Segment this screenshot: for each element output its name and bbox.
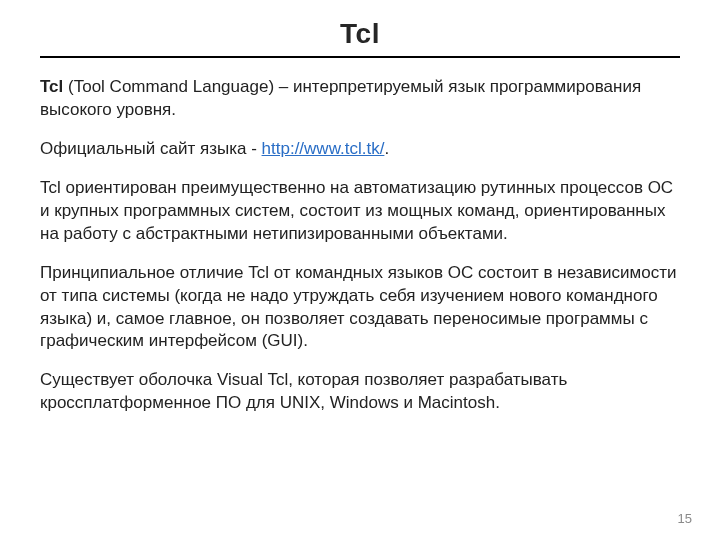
- paragraph-1: Tcl (Tool Command Language) – интерпрети…: [40, 76, 680, 122]
- para2-before: Официальный сайт языка -: [40, 139, 262, 158]
- term-bold: Tcl: [40, 77, 63, 96]
- page-number: 15: [678, 511, 692, 526]
- paragraph-4: Принципиальное отличие Tcl от командных …: [40, 262, 680, 354]
- official-site-link[interactable]: http://www.tcl.tk/: [262, 139, 385, 158]
- para2-after: .: [384, 139, 389, 158]
- paragraph-5: Существует оболочка Visual Tcl, которая …: [40, 369, 680, 415]
- page-title: Tcl: [40, 18, 680, 56]
- body-text: Tcl (Tool Command Language) – интерпрети…: [40, 76, 680, 415]
- paragraph-2: Официальный сайт языка - http://www.tcl.…: [40, 138, 680, 161]
- slide: Tcl Tcl (Tool Command Language) – интерп…: [0, 0, 720, 540]
- para1-rest: (Tool Command Language) – интерпретируем…: [40, 77, 641, 119]
- paragraph-3: Tcl ориентирован преимущественно на авто…: [40, 177, 680, 246]
- title-rule: [40, 56, 680, 58]
